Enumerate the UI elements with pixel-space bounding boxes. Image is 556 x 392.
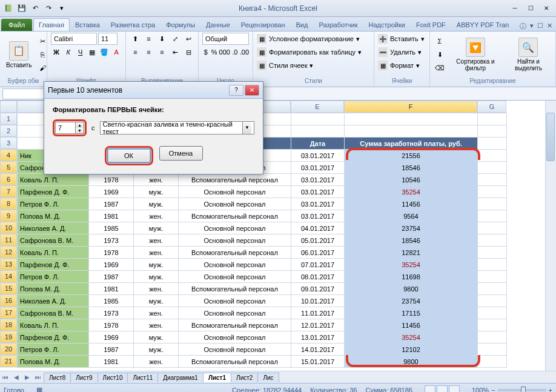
cell-E1[interactable] [291, 113, 345, 125]
cell-C14[interactable]: муж. [134, 271, 179, 283]
save-icon[interactable]: 💾 [16, 2, 28, 15]
sheet-nav-prev-icon[interactable]: ◀ [11, 374, 22, 380]
cell-B7[interactable]: 1969 [89, 186, 134, 198]
conditional-formatting-button[interactable]: ▦Условное форматирование ▾ [257, 33, 360, 45]
cell-E13[interactable]: 07.01.2017 [291, 259, 345, 271]
cell-D12[interactable]: Вспомогательный персонал [179, 247, 291, 259]
cell-G18[interactable] [478, 319, 507, 331]
cell-D7[interactable]: Основной персонал [179, 186, 291, 198]
cell-E12[interactable]: 06.01.2017 [291, 247, 345, 259]
cell-E21[interactable]: 15.01.2017 [291, 356, 345, 368]
cell-E9[interactable]: 03.01.2017 [291, 210, 345, 222]
cell-G8[interactable] [478, 198, 507, 210]
cell-B14[interactable]: 1987 [89, 271, 134, 283]
cell-G20[interactable] [478, 344, 507, 356]
font-color-icon[interactable]: A [111, 46, 122, 58]
clear-icon[interactable]: ⌫ [434, 62, 446, 74]
align-mid-icon[interactable]: ≡ [143, 33, 155, 45]
cell-B6[interactable]: 1978 [89, 174, 134, 186]
cell-A8[interactable]: Петров Ф. Л. [18, 198, 89, 210]
underline-icon[interactable]: Ч [75, 46, 86, 58]
cell-E6[interactable]: 03.01.2017 [291, 174, 345, 186]
cell-B19[interactable]: 1969 [89, 331, 134, 344]
qat-more-icon[interactable]: ▾ [56, 2, 68, 15]
cell-C8[interactable]: муж. [134, 198, 179, 210]
cell-A19[interactable]: Парфенов Д. Ф. [18, 331, 89, 344]
cell-B20[interactable]: 1987 [89, 344, 134, 356]
row-header-18[interactable]: 18 [0, 319, 17, 331]
cell-G7[interactable] [478, 186, 507, 198]
cell-B9[interactable]: 1981 [89, 210, 134, 222]
zoom-in-icon[interactable]: + [549, 387, 552, 393]
row-header-19[interactable]: 19 [0, 331, 17, 343]
cell-E3[interactable]: Дата [291, 138, 345, 150]
cell-F6[interactable]: 10546 [345, 174, 478, 186]
cell-C11[interactable]: жен. [134, 234, 179, 247]
cell-B21[interactable]: 1981 [89, 356, 134, 368]
format-cells-button[interactable]: ▦Формат ▾ [378, 59, 420, 71]
align-right-icon[interactable]: ≡ [156, 46, 168, 58]
zoom-out-icon[interactable]: − [491, 387, 495, 393]
sheet-nav-last-icon[interactable]: ⏭ [33, 374, 44, 380]
horizontal-scrollbar[interactable] [285, 373, 556, 382]
cell-F18[interactable]: 11456 [345, 319, 478, 331]
cell-B12[interactable]: 1978 [89, 247, 134, 259]
sheet-tab-Лист10[interactable]: Лист10 [98, 373, 128, 382]
cell-C7[interactable]: муж. [134, 186, 179, 198]
ribbon-tab-3[interactable]: Формулы [161, 18, 200, 31]
row-header-7[interactable]: 7 [0, 185, 17, 198]
cell-G3[interactable] [478, 138, 507, 150]
row-header-15[interactable]: 15 [0, 282, 17, 294]
cell-A14[interactable]: Петров Ф. Л. [18, 271, 89, 283]
cell-G11[interactable] [478, 234, 507, 247]
cell-E15[interactable]: 09.01.2017 [291, 283, 345, 295]
row-header-8[interactable]: 8 [0, 198, 17, 210]
cell-G13[interactable] [478, 259, 507, 271]
percent-icon[interactable]: % [211, 46, 218, 58]
border-icon[interactable]: ▦ [87, 46, 98, 58]
dialog-close-icon[interactable]: ✕ [245, 85, 259, 96]
cell-D8[interactable]: Основной персонал [179, 198, 291, 210]
view-layout-icon[interactable] [437, 385, 448, 393]
row-header-4[interactable]: 4 [0, 149, 17, 161]
cell-F13[interactable]: 35254 [345, 259, 478, 271]
cell-A11[interactable]: Сафронова В. М. [18, 234, 89, 247]
align-center-icon[interactable]: ≡ [143, 46, 155, 58]
cell-D13[interactable]: Основной персонал [179, 259, 291, 271]
cell-G9[interactable] [478, 210, 507, 222]
cell-G16[interactable] [478, 295, 507, 307]
cell-E7[interactable]: 03.01.2017 [291, 186, 345, 198]
row-header-13[interactable]: 13 [0, 258, 17, 270]
cell-A12[interactable]: Коваль Л. П. [18, 247, 89, 259]
sheet-tab-Лист2[interactable]: Лист2 [231, 373, 258, 382]
cell-F10[interactable]: 23754 [345, 222, 478, 234]
find-select-button[interactable]: 🔍 Найти и выделить [505, 36, 552, 73]
cell-C17[interactable]: жен. [134, 307, 179, 319]
number-format-combo[interactable]: Общий [202, 33, 249, 45]
row-header-21[interactable]: 21 [0, 355, 17, 367]
cell-G6[interactable] [478, 174, 507, 186]
cell-C6[interactable]: жен. [134, 174, 179, 186]
close-workbook-icon[interactable]: ✕ [547, 22, 552, 31]
cell-F2[interactable] [345, 125, 478, 138]
col-header-G[interactable]: G [477, 101, 506, 113]
sheet-nav-first-icon[interactable]: ⏮ [0, 374, 11, 380]
scroll-thumb[interactable] [546, 113, 555, 161]
view-normal-icon[interactable] [425, 385, 435, 393]
cell-A6[interactable]: Коваль Л. П. [18, 174, 89, 186]
cell-G15[interactable] [478, 283, 507, 295]
cell-F17[interactable]: 17115 [345, 307, 478, 319]
cell-D19[interactable]: Основной персонал [179, 331, 291, 344]
cell-C20[interactable]: муж. [134, 344, 179, 356]
view-break-icon[interactable] [449, 385, 460, 393]
cell-D17[interactable]: Основной персонал [179, 307, 291, 319]
sheet-nav-next-icon[interactable]: ▶ [22, 374, 33, 380]
fill-icon[interactable]: ⬇ [434, 48, 446, 61]
cell-F11[interactable]: 18546 [345, 234, 478, 247]
sheet-tab-Лист9[interactable]: Лист9 [70, 373, 98, 382]
cell-E14[interactable]: 08.01.2017 [291, 271, 345, 283]
cell-A17[interactable]: Сафронова В. М. [18, 307, 89, 319]
minimize-icon[interactable]: ─ [508, 3, 522, 14]
row-header-10[interactable]: 10 [0, 222, 17, 234]
close-icon[interactable]: ✕ [539, 3, 554, 14]
